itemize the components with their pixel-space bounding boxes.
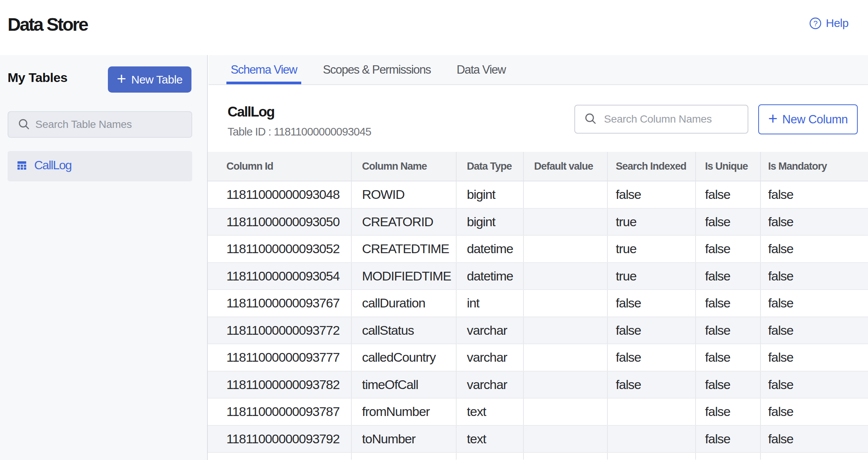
svg-text:?: ?	[813, 19, 817, 27]
